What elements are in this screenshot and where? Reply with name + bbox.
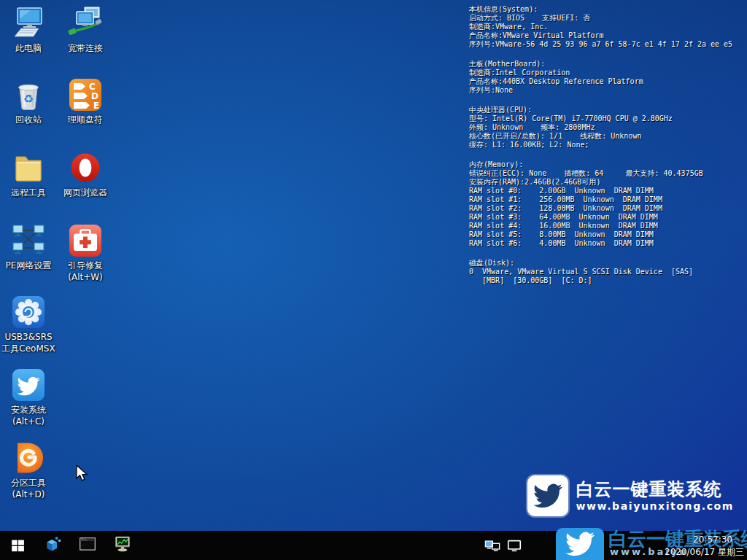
diskgenius-icon xyxy=(11,440,46,475)
sysinfo-line: 制造商:Intel Corporation xyxy=(469,69,746,77)
sysinfo-line: [MBR] [30.00GB] [C: D:] xyxy=(469,276,746,285)
network-computers-icon xyxy=(68,6,103,41)
desktop-icon-label: 安装系统(Alt+C) xyxy=(0,404,57,427)
sysinfo-line: 0 VMware, VMware Virtual S SCSI Disk Dev… xyxy=(469,268,746,276)
svg-text:♻: ♻ xyxy=(23,92,34,106)
desktop-icon-label: 理顺盘符 xyxy=(57,114,114,125)
sysinfo-line: 外频: Unknown 频率: 2800MHz xyxy=(469,123,746,132)
bird-logo-icon xyxy=(527,475,568,516)
sysinfo-line: 制造商:VMware, Inc. xyxy=(469,23,746,31)
desktop-icon-pe-network[interactable]: PE网络设置 xyxy=(0,223,57,271)
desktop-watermark: 白云一键重装系统 www.baiyunxitong.com xyxy=(527,475,734,516)
sysinfo-line: 内存(Memory): xyxy=(469,160,746,169)
desktop-icon-label-line: (Alt+W) xyxy=(57,271,114,283)
desktop-icon-web-browser[interactable]: 网页浏览器 xyxy=(57,150,114,198)
sysinfo-line: RAM slot #2: 128.00MB Unknown DRAM DIMM xyxy=(469,204,746,213)
desktop-icon-remote-tools[interactable]: 远程工具 xyxy=(0,150,57,198)
sysinfo-line: RAM slot #4: 16.00MB Unknown DRAM DIMM xyxy=(469,222,746,230)
svg-text:D: D xyxy=(91,91,98,101)
sysinfo-line: 缓存: L1: 16.00KB; L2: None; xyxy=(469,141,746,149)
sysinfo-line: 中央处理器(CPU): xyxy=(469,106,746,114)
drive-letters-icon: CDE xyxy=(68,77,103,112)
desktop-icon-label-line: 远程工具 xyxy=(0,187,57,198)
desktop-icon-label: 此电脑 xyxy=(0,42,57,54)
watermark-url: www.baiyunxitong.com xyxy=(576,499,734,513)
clock-date: 2020/06/17 星期三 xyxy=(665,546,744,559)
desktop-icon-install-system[interactable]: 安装系统(Alt+C) xyxy=(0,368,57,427)
svg-text:E: E xyxy=(93,101,99,111)
desktop-icon-label-line: USB3&SRS xyxy=(0,331,57,343)
sysinfo-line: 本机信息(System): xyxy=(469,5,746,14)
sysinfo-line: 错误纠正(ECC): None 插槽数: 64 最大支持: 40.4375GB xyxy=(469,169,746,178)
desktop-icon-partition-tool[interactable]: 分区工具(Alt+D) xyxy=(0,440,57,500)
registry-icon xyxy=(44,535,61,556)
desktop-icon-label: 宽带连接 xyxy=(57,42,114,54)
svg-text:C:\_: C:\_ xyxy=(81,538,88,541)
desktop-icon-boot-repair[interactable]: 引导修复(Alt+W) xyxy=(57,223,114,283)
desktop-icon-usb3-srs-tool[interactable]: USB3&SRS工具CeoMSX xyxy=(0,295,57,354)
sysinfo-line: 序列号:VMware-56 4d 25 93 96 a7 6f 58-7c e1… xyxy=(469,40,746,49)
desktop-icon-label-line: 理顺盘符 xyxy=(57,114,114,125)
desktop-icon-label-line: 网页浏览器 xyxy=(57,187,114,198)
sysinfo-line: RAM slot #6: 4.00MB Unknown DRAM DIMM xyxy=(469,239,746,248)
taskman-icon xyxy=(114,535,131,556)
desktop-icon-broadband[interactable]: 宽带连接 xyxy=(57,6,114,54)
sysinfo-line: 产品名称:440BX Desktop Reference Platform xyxy=(469,77,746,86)
desktop-icon-label-line: 宽带连接 xyxy=(57,42,114,54)
desktop-icon-recycle-bin[interactable]: ♻回收站 xyxy=(0,77,57,125)
bird-app-icon xyxy=(11,368,46,402)
sysinfo-line: 产品名称:VMware Virtual Platform xyxy=(469,31,746,40)
sysinfo-line: RAM slot #5: 8.00MB Unknown DRAM DIMM xyxy=(469,230,746,239)
start-button[interactable] xyxy=(0,531,35,560)
clock-time: 20:57:30 xyxy=(665,534,744,546)
taskbar: C:\__ xyxy=(0,531,747,560)
display-switch-tray-icon[interactable] xyxy=(506,537,522,553)
system-info-panel: 本机信息(System):启动方式: BIOS 支持UEFI: 否制造商:VMw… xyxy=(469,5,746,296)
sysinfo-line: RAM slot #0: 2.00GB Unknown DRAM DIMM xyxy=(469,187,746,195)
sysinfo-line: 型号: Intel(R) Core(TM) i7-7700HQ CPU @ 2.… xyxy=(469,114,746,123)
sysinfo-section: 本机信息(System):启动方式: BIOS 支持UEFI: 否制造商:VMw… xyxy=(469,5,746,49)
taskbar-buttons: C:\__ xyxy=(35,531,140,560)
registry-editor-button[interactable] xyxy=(35,531,70,560)
desktop-icon-label-line: 此电脑 xyxy=(0,42,57,54)
network-topology-icon xyxy=(11,223,46,258)
desktop-icon-label-line: 引导修复 xyxy=(57,260,114,271)
sysinfo-line: 安装内存(RAM):2.46GB(2.46GB可用) xyxy=(469,178,746,187)
watermark-text: 白云一键重装系统 www.baiyunxitong.com xyxy=(576,479,734,513)
desktop-icon-label-line: 回收站 xyxy=(0,114,57,125)
sysinfo-line: RAM slot #3: 64.00MB Unknown DRAM DIMM xyxy=(469,213,746,222)
desktop-icon-drive-letters[interactable]: CDE理顺盘符 xyxy=(57,77,114,125)
mouse-cursor xyxy=(75,465,90,484)
desktop-icon-label: PE网络设置 xyxy=(0,260,57,271)
desktop-icon-label: 网页浏览器 xyxy=(57,187,114,198)
desktop-icon-grid: 此电脑宽带连接♻回收站CDE理顺盘符远程工具网页浏览器PE网络设置引导修复(Al… xyxy=(0,0,115,510)
desktop-icon-this-pc[interactable]: 此电脑 xyxy=(0,6,57,54)
network-status-tray-icon[interactable] xyxy=(484,537,500,553)
desktop-icon-label-line: (Alt+D) xyxy=(0,489,57,500)
opera-icon xyxy=(68,150,103,185)
desktop-icon-label-line: PE网络设置 xyxy=(0,260,57,271)
sysinfo-line: 主板(MotherBoard): xyxy=(469,60,746,69)
sysinfo-line: 序列号:None xyxy=(469,86,746,95)
tray-icons xyxy=(484,537,528,553)
sysinfo-line: 核心数(已开启/总数): 1/1 线程数: Unknown xyxy=(469,132,746,141)
folder-icon xyxy=(11,150,46,185)
computer-icon xyxy=(11,6,46,41)
desktop-icon-label: USB3&SRS工具CeoMSX xyxy=(0,331,57,354)
desktop: 此电脑宽带连接♻回收站CDE理顺盘符远程工具网页浏览器PE网络设置引导修复(Al… xyxy=(0,0,747,560)
sysinfo-section: 磁盘(Disk):0 VMware, VMware Virtual S SCSI… xyxy=(469,259,746,285)
sysinfo-section: 中央处理器(CPU):型号: Intel(R) Core(TM) i7-7700… xyxy=(469,106,746,149)
tray-clock[interactable]: 20:57:30 2020/06/17 星期三 xyxy=(665,534,744,559)
desktop-icon-label-line: 工具CeoMSX xyxy=(0,343,57,354)
desktop-icon-label-line: 安装系统 xyxy=(0,404,57,416)
desktop-icon-label-line: 分区工具 xyxy=(0,477,57,489)
cmd-icon: C:\__ xyxy=(79,535,96,556)
task-manager-button[interactable] xyxy=(105,531,140,560)
sysinfo-line: RAM slot #1: 256.00MB Unknown DRAM DIMM xyxy=(469,195,746,204)
desktop-icon-label-line: (Alt+C) xyxy=(0,416,57,427)
command-prompt-button[interactable]: C:\__ xyxy=(70,531,105,560)
sysinfo-section: 内存(Memory):错误纠正(ECC): None 插槽数: 64 最大支持:… xyxy=(469,160,746,248)
first-aid-icon xyxy=(68,223,103,258)
desktop-icon-label: 远程工具 xyxy=(0,187,57,198)
desktop-icon-label: 分区工具(Alt+D) xyxy=(0,477,57,500)
